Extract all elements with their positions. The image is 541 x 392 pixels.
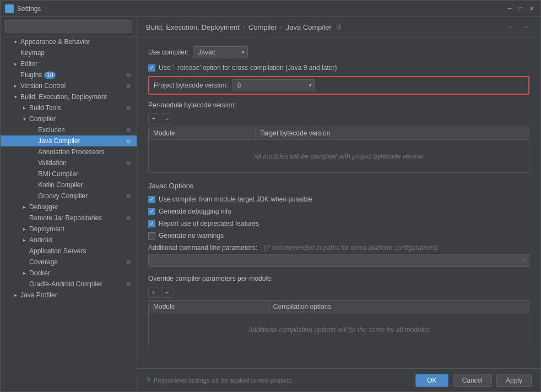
debug-info-checkbox[interactable] bbox=[148, 208, 155, 215]
search-input[interactable] bbox=[5, 20, 132, 32]
gear-icon: ⚙ bbox=[125, 280, 132, 288]
sidebar-item-label: RMI Compiler bbox=[38, 170, 78, 178]
debug-info-label: Generate debugging info bbox=[159, 208, 231, 215]
breadcrumb-path1: Build, Execution, Deployment bbox=[146, 23, 240, 31]
sidebar-item-android[interactable]: Android bbox=[1, 235, 137, 246]
override-module-header: Module bbox=[149, 301, 269, 313]
sidebar-item-label: Docker bbox=[29, 269, 50, 277]
gear-icon: ⚙ bbox=[125, 214, 132, 222]
remove-module-button[interactable]: − bbox=[161, 113, 172, 124]
use-compiler-label: Use compiler: bbox=[148, 48, 188, 56]
main-panel: Build, Execution, Deployment › Compiler … bbox=[137, 17, 540, 391]
cmd-params-input[interactable] bbox=[148, 254, 529, 267]
sidebar-item-version-control[interactable]: Version Control ⚙ bbox=[1, 80, 137, 91]
sidebar-item-deployment[interactable]: Deployment bbox=[1, 224, 137, 235]
maximize-button[interactable]: □ bbox=[516, 4, 525, 13]
expand-arrow-build bbox=[12, 93, 19, 101]
sidebar-item-rmi-compiler[interactable]: RMI Compiler bbox=[1, 168, 137, 179]
override-label: Override compiler parameters per-module: bbox=[148, 275, 529, 282]
sidebar-item-annotation-processors[interactable]: Annotation Processors bbox=[1, 146, 137, 157]
override-empty-cell: Additional compilation options will be t… bbox=[149, 313, 529, 346]
no-warnings-label: Generate no warnings bbox=[159, 232, 224, 239]
sidebar-item-validation[interactable]: Validation ⚙ bbox=[1, 157, 137, 168]
title-bar: Settings ─ □ ✕ bbox=[1, 1, 540, 17]
sidebar-item-gradle-android[interactable]: Gradle-Android Compiler ⚙ bbox=[1, 279, 137, 290]
sidebar-item-docker[interactable]: Docker bbox=[1, 268, 137, 279]
sidebar-item-plugins[interactable]: Plugins 10 ⚙ bbox=[1, 69, 137, 80]
settings-window: Settings ─ □ ✕ Appearance & Behavior bbox=[0, 0, 541, 392]
deprecated-row: Report use of deprecated features bbox=[148, 220, 529, 227]
sidebar-item-java-compiler[interactable]: Java Compiler ⚙ bbox=[1, 135, 137, 146]
cmd-params-label: Additional command line parameters: bbox=[148, 244, 257, 252]
sidebar-item-debugger[interactable]: Debugger bbox=[1, 202, 137, 213]
sidebar-item-label: Appearance & Behavior bbox=[20, 38, 90, 46]
sidebar-item-kotlin-compiler[interactable]: Kotlin Compiler bbox=[1, 179, 137, 190]
sidebar-item-compiler[interactable]: Compiler bbox=[1, 113, 137, 124]
no-warnings-checkbox[interactable] bbox=[148, 232, 155, 239]
empty-msg-text: All modules will be compiled with projec… bbox=[254, 153, 424, 160]
module-target-checkbox[interactable] bbox=[148, 196, 155, 203]
sidebar-item-label: Version Control bbox=[20, 82, 66, 90]
breadcrumb-icon: ⊞ bbox=[336, 23, 342, 31]
search-wrap bbox=[5, 20, 132, 32]
sidebar-item-label: Editor bbox=[20, 60, 37, 68]
expand-arrow-build-tools bbox=[20, 104, 28, 112]
per-module-label: Per-module bytecode version: bbox=[148, 101, 529, 109]
sidebar-item-build-tools[interactable]: Build Tools ⚙ bbox=[1, 102, 137, 113]
sidebar-item-label: Groovy Compiler bbox=[38, 192, 88, 200]
sidebar-item-label: Annotation Processors bbox=[38, 148, 105, 156]
add-module-button[interactable]: + bbox=[148, 113, 159, 124]
close-button[interactable]: ✕ bbox=[527, 4, 536, 13]
compiler-select[interactable]: Javac Eclipse Ajc bbox=[193, 46, 248, 58]
plugins-badge: 10 bbox=[44, 72, 56, 79]
override-empty-msg: Additional compilation options will be t… bbox=[248, 326, 430, 334]
sidebar-item-coverage[interactable]: Coverage ⚙ bbox=[1, 257, 137, 268]
sidebar-item-excludes[interactable]: Excludes ⚙ bbox=[1, 124, 137, 135]
window-title: Settings bbox=[17, 5, 505, 13]
gear-icon: ⚙ bbox=[125, 192, 132, 200]
breadcrumb-back-button[interactable]: ← bbox=[505, 21, 517, 32]
sidebar-item-remote-jar[interactable]: Remote Jar Repositories ⚙ bbox=[1, 213, 137, 224]
override-empty-row: Additional compilation options will be t… bbox=[149, 313, 529, 346]
sidebar-item-label: Plugins bbox=[20, 71, 42, 79]
sidebar-item-editor[interactable]: Editor bbox=[1, 58, 137, 69]
main-content: Appearance & Behavior Keymap Editor Plug… bbox=[1, 17, 540, 391]
remove-override-button[interactable]: − bbox=[161, 287, 172, 298]
gear-icon: ⚙ bbox=[125, 159, 132, 167]
release-option-row: Use '--release' option for cross-compila… bbox=[148, 64, 529, 72]
sidebar-item-app-servers[interactable]: Application Servers bbox=[1, 246, 137, 257]
bytecode-version-select[interactable]: 8910 111213 14151617 bbox=[232, 79, 315, 91]
breadcrumb-sep1: › bbox=[243, 23, 245, 31]
use-compiler-row: Use compiler: Javac Eclipse Ajc ▾ bbox=[148, 46, 529, 58]
release-checkbox[interactable] bbox=[148, 64, 155, 72]
debug-info-row: Generate debugging info bbox=[148, 208, 529, 215]
sidebar-item-label: Remote Jar Repositories bbox=[29, 214, 102, 222]
ok-button[interactable]: OK bbox=[415, 374, 448, 387]
app-icon bbox=[5, 4, 14, 13]
sidebar-item-label: Compiler bbox=[29, 115, 56, 123]
apply-button[interactable]: Apply bbox=[496, 374, 532, 387]
bytecode-version-label: Project bytecode version: bbox=[154, 81, 228, 89]
sidebar-item-groovy-compiler[interactable]: Groovy Compiler ⚙ bbox=[1, 190, 137, 202]
expand-arrow-deployment bbox=[20, 225, 28, 233]
sidebar-item-build-exec[interactable]: Build, Execution, Deployment bbox=[1, 91, 137, 102]
breadcrumb-active: Java Compiler bbox=[286, 23, 332, 31]
svg-rect-0 bbox=[6, 6, 9, 8]
sidebar: Appearance & Behavior Keymap Editor Plug… bbox=[1, 17, 137, 391]
nav-tree: Appearance & Behavior Keymap Editor Plug… bbox=[1, 36, 137, 391]
sidebar-item-keymap[interactable]: Keymap bbox=[1, 47, 137, 58]
add-override-button[interactable]: + bbox=[148, 287, 159, 298]
cancel-button[interactable]: Cancel bbox=[453, 374, 492, 387]
svg-rect-1 bbox=[10, 6, 13, 8]
sidebar-item-java-profiler[interactable]: Java Profiler bbox=[1, 290, 137, 301]
minimize-button[interactable]: ─ bbox=[505, 4, 514, 13]
target-header: Target bytecode version bbox=[255, 127, 529, 140]
breadcrumb-forward-button[interactable]: → bbox=[520, 21, 532, 32]
sidebar-item-label: Coverage bbox=[29, 258, 58, 266]
sidebar-item-appearance[interactable]: Appearance & Behavior bbox=[1, 36, 137, 47]
expand-arrow-docker bbox=[20, 269, 28, 277]
cmd-params-expand-button[interactable]: ⤢ bbox=[518, 255, 528, 265]
override-toolbar: + − bbox=[148, 287, 529, 298]
breadcrumb: Build, Execution, Deployment › Compiler … bbox=[137, 17, 540, 37]
deprecated-checkbox[interactable] bbox=[148, 220, 155, 227]
